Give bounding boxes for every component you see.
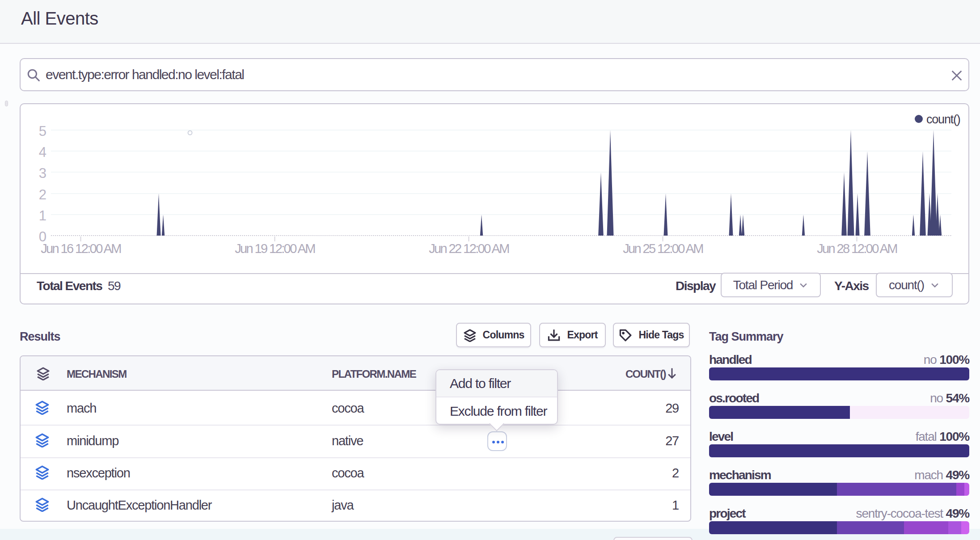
svg-text:Jun 25 12:00 AM: Jun 25 12:00 AM <box>623 241 703 256</box>
svg-text:1: 1 <box>39 208 46 224</box>
svg-text:Jun 22 12:00 AM: Jun 22 12:00 AM <box>429 241 509 256</box>
svg-text:Jun 19 12:00 AM: Jun 19 12:00 AM <box>235 241 315 256</box>
svg-text:count(): count() <box>926 113 960 126</box>
svg-text:5: 5 <box>39 123 46 139</box>
svg-text:Jun 16 12:00 AM: Jun 16 12:00 AM <box>41 241 121 256</box>
svg-text:Jun 28 12:00 AM: Jun 28 12:00 AM <box>817 241 897 256</box>
svg-text:4: 4 <box>39 144 46 160</box>
svg-text:2: 2 <box>39 187 46 202</box>
svg-text:3: 3 <box>39 165 46 181</box>
